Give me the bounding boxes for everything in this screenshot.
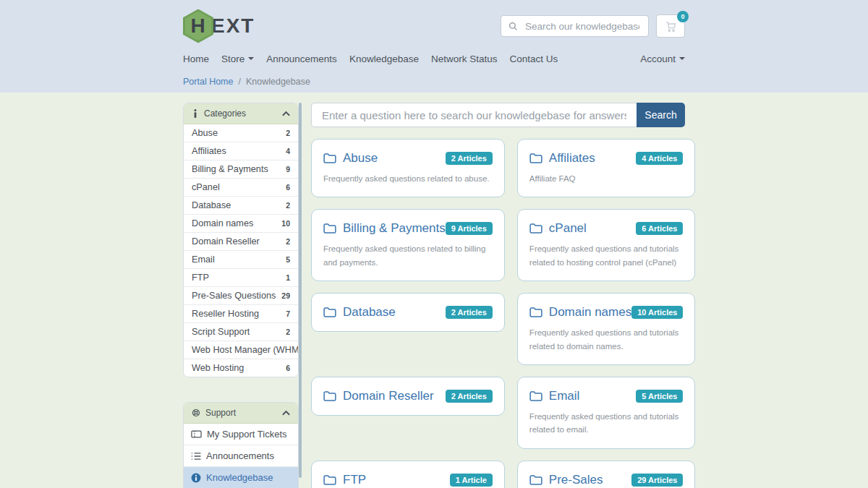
sidebar-scrollbar[interactable] [299, 103, 302, 478]
kb-search-button[interactable]: Search [637, 103, 685, 127]
article-count-badge: 2 Articles [446, 390, 493, 403]
breadcrumb-portal-home[interactable]: Portal Home [183, 77, 233, 87]
chevron-up-icon [282, 410, 290, 416]
chevron-down-icon [248, 57, 254, 60]
category-item[interactable]: cPanel6 [184, 179, 298, 197]
logo-hexagon-icon: H [183, 9, 213, 43]
support-title: Support [205, 408, 236, 418]
category-item[interactable]: Web Hosting6 [184, 359, 298, 377]
categories-panel: Categories Abuse2 Affiliates4 Billing & … [183, 103, 299, 377]
nav-store[interactable]: Store [221, 53, 254, 64]
folder-icon [529, 474, 542, 486]
breadcrumb-current: Knowledgebase [246, 77, 310, 87]
article-count-badge: 2 Articles [446, 306, 493, 319]
search-icon [509, 22, 518, 31]
info-circle-icon [191, 473, 201, 483]
card-description: Frequently asked questions and tutorials… [529, 242, 684, 269]
category-item[interactable]: Billing & Payments9 [184, 160, 298, 179]
lifering-icon [192, 408, 200, 417]
main-nav: Home Store Announcements Knowledgebase N… [183, 51, 685, 66]
category-item[interactable]: Pre-Sales Questions29 [184, 287, 298, 305]
category-item[interactable]: Domain names10 [184, 215, 298, 233]
card-description: Affiliate FAQ [529, 172, 684, 185]
folder-icon [529, 307, 542, 318]
sidebar-item-announcements[interactable]: Announcements [184, 445, 298, 467]
folder-icon [529, 223, 542, 234]
category-card-ftp[interactable]: FTP 1 Article [311, 461, 505, 488]
folder-icon [323, 223, 336, 234]
header: H EXT 0 Home Store Announcements Knowled… [0, 0, 868, 93]
support-panel: Support My Support Tickets Announcements… [183, 402, 299, 488]
category-card-email[interactable]: Email 5 Articles Frequently asked questi… [517, 377, 696, 449]
breadcrumb: Portal Home / Knowledgebase [183, 77, 685, 87]
folder-icon [323, 153, 336, 164]
ticket-icon [191, 429, 202, 439]
category-item[interactable]: Email5 [184, 251, 298, 269]
category-card-abuse[interactable]: Abuse 2 Articles Frequently asked questi… [311, 139, 505, 197]
category-card-domain-names[interactable]: Domain names 10 Articles Frequently aske… [517, 293, 696, 365]
breadcrumb-separator: / [238, 77, 240, 87]
list-icon [191, 452, 201, 461]
card-description: Frequently asked questions related to bi… [323, 242, 493, 269]
cart-icon [665, 20, 677, 33]
folder-icon [529, 153, 542, 164]
cart-button[interactable]: 0 [656, 14, 685, 38]
category-item[interactable]: Script Support2 [184, 323, 298, 341]
nav-knowledgebase[interactable]: Knowledgebase [349, 53, 419, 64]
category-item[interactable]: Abuse2 [184, 124, 298, 142]
category-item[interactable]: FTP1 [184, 269, 298, 287]
folder-icon [529, 390, 542, 402]
info-icon [192, 109, 199, 118]
article-count-badge: 2 Articles [446, 152, 493, 165]
chevron-down-icon [679, 57, 685, 60]
nav-contact-us[interactable]: Contact Us [510, 53, 558, 64]
category-card-billing-payments[interactable]: Billing & Payments 9 Articles Frequently… [311, 209, 505, 281]
logo-text: EXT [211, 14, 255, 38]
category-card-affiliates[interactable]: Affiliates 4 Articles Affiliate FAQ [517, 139, 696, 197]
folder-icon [323, 474, 336, 486]
article-count-badge: 10 Articles [631, 306, 683, 319]
categories-title: Categories [204, 108, 246, 119]
article-count-badge: 29 Articles [631, 474, 683, 487]
categories-panel-header[interactable]: Categories [184, 103, 298, 124]
category-item[interactable]: Reseller Hosting7 [184, 305, 298, 323]
article-count-badge: 6 Articles [636, 222, 683, 235]
category-card-pre-sales[interactable]: Pre-Sales 29 Articles [517, 461, 696, 488]
kb-search-bar: Search [311, 103, 685, 127]
support-panel-header[interactable]: Support [184, 403, 298, 424]
category-item[interactable]: Domain Reseller2 [184, 233, 298, 251]
nav-network-status[interactable]: Network Status [431, 53, 498, 64]
nav-account[interactable]: Account [640, 53, 685, 64]
logo[interactable]: H EXT [183, 9, 255, 43]
category-card-cpanel[interactable]: cPanel 6 Articles Frequently asked quest… [517, 209, 696, 281]
header-search-box [501, 15, 649, 37]
logo-letter-h: H [190, 14, 205, 38]
category-item[interactable]: Affiliates4 [184, 142, 298, 160]
article-count-badge: 1 Article [450, 474, 493, 487]
nav-announcements[interactable]: Announcements [266, 53, 337, 64]
folder-icon [323, 307, 336, 318]
nav-home[interactable]: Home [183, 53, 209, 64]
card-description: Frequently asked questions related to ab… [323, 172, 493, 185]
header-search-input[interactable] [524, 20, 641, 33]
cart-count-badge: 0 [677, 11, 689, 22]
article-count-badge: 9 Articles [446, 222, 493, 235]
kb-search-input[interactable] [311, 103, 637, 127]
sidebar-item-my-support-tickets[interactable]: My Support Tickets [184, 424, 298, 445]
sidebar: Categories Abuse2 Affiliates4 Billing & … [183, 103, 299, 488]
chevron-up-icon [282, 111, 290, 116]
card-description: Frequently asked questions and tutorials… [529, 326, 684, 353]
category-item[interactable]: Database2 [184, 197, 298, 215]
card-description: Frequently asked questions and tutorials… [529, 410, 684, 437]
article-count-badge: 4 Articles [636, 152, 683, 165]
category-card-database[interactable]: Database 2 Articles [311, 293, 505, 332]
category-cards-grid: Abuse 2 Articles Frequently asked questi… [311, 139, 685, 488]
category-item[interactable]: Web Host Manager (WHM)4 [184, 341, 298, 359]
article-count-badge: 5 Articles [636, 390, 683, 403]
main-content: Search Abuse 2 Articles Frequently asked… [311, 103, 685, 488]
folder-icon [323, 390, 336, 402]
sidebar-item-knowledgebase[interactable]: Knowledgebase [184, 467, 298, 488]
category-card-domain-reseller[interactable]: Domain Reseller 2 Articles [311, 377, 505, 416]
